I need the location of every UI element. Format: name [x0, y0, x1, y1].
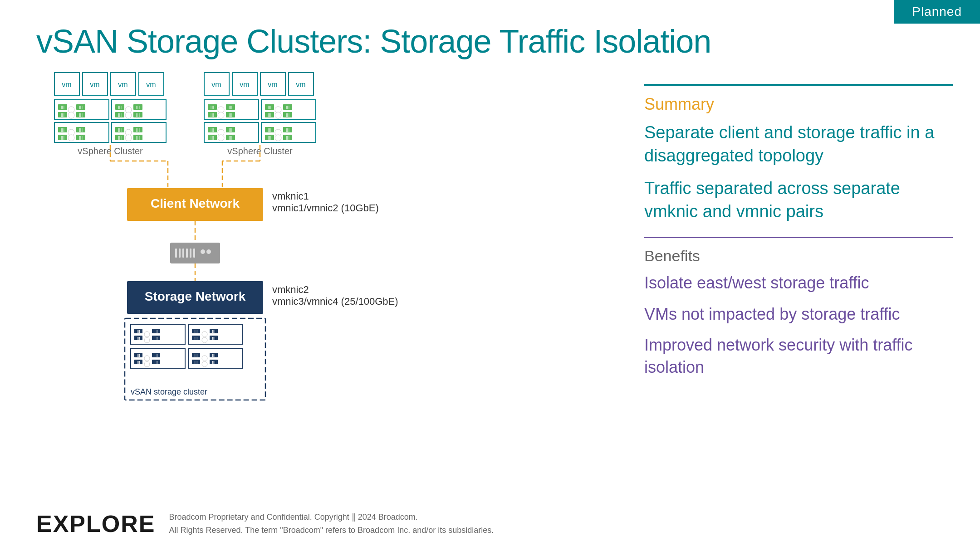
explore-logo: EXPLORE — [36, 510, 156, 537]
svg-text:III: III — [286, 105, 289, 110]
svg-point-102 — [275, 135, 281, 141]
svg-point-135 — [144, 332, 150, 337]
svg-text:III: III — [212, 360, 216, 365]
svg-text:III: III — [118, 136, 122, 141]
svg-point-157 — [144, 356, 150, 361]
footer-line2: All Rights Reserved. The term "Broadcom"… — [169, 524, 494, 537]
svg-text:III: III — [229, 113, 232, 118]
svg-text:III: III — [229, 136, 232, 141]
benefit-item-3: Improved network security with traffic i… — [644, 334, 953, 378]
footer-text: Broadcom Proprietary and Confidential. C… — [169, 511, 494, 537]
diagram-svg: vm vm vm vm III III III III III III III … — [27, 68, 458, 413]
svg-text:III: III — [136, 128, 140, 133]
benefit-item-1: Isolate east/west storage traffic — [644, 272, 953, 294]
svg-text:III: III — [61, 136, 64, 141]
planned-badge: Planned — [894, 0, 980, 24]
svg-text:III: III — [61, 105, 64, 110]
svg-text:vm: vm — [240, 81, 249, 88]
svg-text:vm: vm — [211, 81, 221, 88]
svg-point-91 — [218, 135, 224, 141]
svg-text:III: III — [229, 105, 232, 110]
svg-text:III: III — [136, 113, 140, 118]
svg-text:III: III — [268, 105, 271, 110]
svg-point-38 — [68, 135, 74, 141]
page-title: vSAN Storage Clusters: Storage Traffic I… — [36, 23, 711, 60]
svg-point-168 — [202, 356, 207, 361]
svg-text:III: III — [79, 128, 83, 133]
svg-text:III: III — [136, 136, 140, 141]
svg-text:Storage Network: Storage Network — [145, 289, 246, 303]
svg-text:vmknic2: vmknic2 — [272, 284, 309, 295]
svg-text:vm: vm — [118, 81, 127, 88]
svg-point-151 — [202, 337, 207, 343]
svg-text:III: III — [194, 360, 198, 365]
svg-text:III: III — [154, 353, 158, 358]
svg-point-173 — [202, 361, 207, 367]
svg-rect-123 — [193, 249, 195, 258]
svg-point-146 — [202, 332, 207, 337]
svg-text:III: III — [286, 136, 289, 141]
svg-text:III: III — [211, 113, 214, 118]
svg-point-80 — [275, 112, 281, 118]
svg-rect-132 — [131, 324, 185, 344]
svg-point-27 — [125, 112, 132, 118]
summary-heading: Summary — [644, 95, 953, 114]
svg-text:vSAN storage cluster: vSAN storage cluster — [131, 387, 207, 396]
svg-text:vm: vm — [296, 81, 305, 88]
svg-text:III: III — [137, 353, 140, 358]
svg-point-16 — [68, 112, 74, 118]
summary-text1: Separate client and storage traffic in a… — [644, 121, 953, 168]
svg-text:III: III — [211, 136, 214, 141]
svg-text:III: III — [61, 128, 64, 133]
svg-point-140 — [144, 337, 150, 343]
svg-rect-118 — [175, 249, 177, 258]
svg-text:vm: vm — [268, 81, 277, 88]
svg-text:III: III — [118, 105, 122, 110]
svg-text:III: III — [79, 136, 83, 141]
svg-text:III: III — [212, 329, 216, 334]
svg-text:III: III — [212, 353, 216, 358]
benefits-divider — [644, 237, 953, 238]
svg-text:III: III — [286, 113, 289, 118]
svg-text:III: III — [154, 336, 158, 341]
summary-text2: Traffic separated across separate vmknic… — [644, 177, 953, 224]
svg-text:III: III — [137, 329, 140, 334]
svg-rect-119 — [179, 249, 181, 258]
footer-line1: Broadcom Proprietary and Confidential. C… — [169, 511, 494, 524]
svg-text:III: III — [211, 128, 214, 133]
svg-text:III: III — [79, 113, 83, 118]
svg-text:vm: vm — [90, 81, 99, 88]
svg-text:III: III — [212, 336, 216, 341]
svg-text:III: III — [194, 336, 198, 341]
svg-text:vm: vm — [146, 81, 156, 88]
svg-text:III: III — [268, 128, 271, 133]
svg-text:III: III — [118, 113, 122, 118]
svg-text:III: III — [136, 105, 140, 110]
svg-text:vm: vm — [62, 81, 71, 88]
svg-rect-143 — [188, 324, 243, 344]
svg-rect-154 — [131, 348, 185, 368]
svg-point-125 — [206, 249, 211, 254]
svg-rect-120 — [182, 249, 184, 258]
svg-text:vmnic3/vmnic4 (25/100GbE): vmnic3/vmnic4 (25/100GbE) — [272, 296, 398, 307]
svg-text:III: III — [211, 105, 214, 110]
svg-text:Client Network: Client Network — [151, 196, 240, 210]
benefit-item-2: VMs not impacted by storage traffic — [644, 303, 953, 326]
svg-rect-165 — [188, 348, 243, 368]
svg-point-124 — [201, 249, 205, 254]
svg-text:III: III — [137, 360, 140, 365]
svg-text:III: III — [154, 360, 158, 365]
svg-text:III: III — [137, 336, 140, 341]
svg-point-49 — [125, 135, 132, 141]
svg-text:III: III — [194, 329, 198, 334]
right-panel: Summary Separate client and storage traf… — [644, 84, 953, 388]
svg-text:III: III — [268, 113, 271, 118]
benefits-heading: Benefits — [644, 247, 953, 265]
svg-text:III: III — [268, 136, 271, 141]
summary-divider — [644, 84, 953, 86]
svg-text:III: III — [79, 105, 83, 110]
svg-rect-121 — [186, 249, 188, 258]
svg-text:vmknic1: vmknic1 — [272, 190, 309, 202]
svg-text:III: III — [154, 329, 158, 334]
svg-text:III: III — [229, 128, 232, 133]
